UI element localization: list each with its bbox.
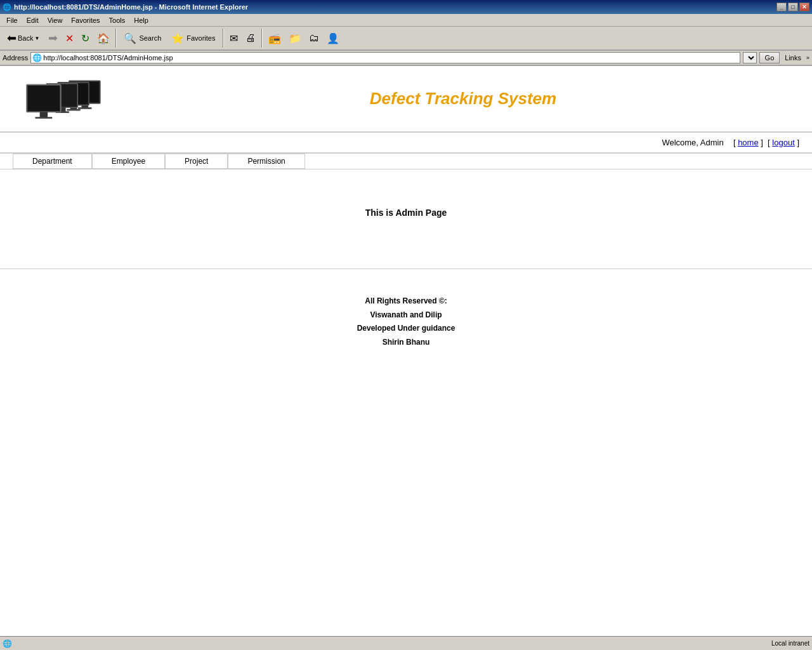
forward-button[interactable]: ➡ [45, 29, 61, 47]
home-bracket-close: ] [ [759, 138, 773, 147]
monitors-logo [13, 72, 114, 123]
search-label: Search [139, 34, 161, 42]
address-input-wrapper[interactable]: 🌐 [30, 52, 740, 63]
close-button[interactable]: ✕ [799, 3, 809, 11]
nav-department[interactable]: Department [13, 154, 92, 169]
nav-project[interactable]: Project [165, 154, 228, 169]
refresh-icon: ↻ [81, 32, 89, 44]
search-icon: 🔍 [124, 32, 136, 44]
folder-icon: 📁 [289, 32, 301, 44]
window-controls[interactable]: _ □ ✕ [776, 3, 809, 11]
menu-view[interactable]: View [44, 15, 67, 25]
messenger-button[interactable]: 👤 [324, 30, 343, 46]
links-arrow: » [806, 55, 809, 61]
media-button[interactable]: 📻 [265, 30, 284, 46]
menu-file[interactable]: File [3, 15, 22, 25]
page-content: Defect Tracking System Welcome, Admin [ … [0, 66, 812, 447]
forward-icon: ➡ [48, 31, 58, 45]
favorites-button[interactable]: ⭐ Favorites [167, 30, 219, 46]
title-area: Defect Tracking System [127, 89, 799, 109]
back-button[interactable]: ⬅ Back ▼ [3, 29, 44, 47]
page-divider [0, 269, 812, 269]
page-header: Defect Tracking System [0, 66, 812, 133]
logo-area [13, 72, 127, 125]
status-right: Local intranet [771, 640, 809, 647]
svg-rect-13 [27, 85, 60, 111]
favorites-icon: ⭐ [171, 32, 184, 44]
back-icon: ⬅ [7, 31, 16, 45]
home-icon: 🏠 [97, 32, 110, 44]
title-bar-text: http://localhost:8081/DTS/AdminHome.jsp … [14, 3, 248, 11]
back-arrow: ▼ [34, 36, 39, 41]
app-title: Defect Tracking System [370, 89, 556, 108]
stop-icon: ✕ [65, 32, 74, 44]
svg-rect-14 [40, 112, 48, 117]
menu-tools[interactable]: Tools [105, 15, 129, 25]
menu-edit[interactable]: Edit [23, 15, 43, 25]
welcome-bar: Welcome, Admin [ home ] [ logout ] [0, 133, 812, 154]
links-button[interactable]: Links [782, 53, 804, 62]
address-bar: Address 🌐 Go Links » [0, 51, 812, 66]
title-bar: 🌐 http://localhost:8081/DTS/AdminHome.js… [0, 0, 812, 14]
print-button[interactable]: 🖨 [242, 30, 259, 46]
minimize-button[interactable]: _ [776, 3, 787, 11]
back-label: Back [18, 34, 33, 42]
go-button[interactable]: Go [759, 52, 780, 63]
welcome-text: Welcome, Admin [662, 138, 723, 147]
content-area[interactable]: Defect Tracking System Welcome, Admin [ … [0, 66, 812, 650]
mail-button[interactable]: ✉ [226, 30, 241, 46]
admin-page-text: This is Admin Page [365, 208, 447, 218]
menu-bar: File Edit View Favorites Tools Help [0, 14, 812, 27]
refresh-button[interactable]: ↻ [78, 30, 93, 46]
address-dropdown[interactable] [743, 52, 757, 63]
page-icon: 🌐 [32, 53, 42, 62]
logout-link[interactable]: logout [772, 138, 794, 147]
main-content-area: This is Admin Page [0, 169, 812, 256]
address-input[interactable] [43, 54, 738, 62]
svg-rect-15 [36, 117, 53, 119]
home-link[interactable]: home [738, 138, 759, 147]
maximize-button[interactable]: □ [788, 3, 798, 11]
status-text: Local intranet [771, 640, 809, 647]
footer-line2: Viswanath and Dilip [13, 308, 799, 322]
footer-line4: Shirin Bhanu [13, 336, 799, 350]
history-icon: 🗂 [309, 32, 319, 44]
svg-rect-3 [78, 107, 91, 109]
logout-bracket-close: ] [795, 138, 799, 147]
menu-favorites[interactable]: Favorites [67, 15, 103, 25]
separator-3 [261, 29, 263, 48]
search-button[interactable]: 🔍 Search [119, 30, 166, 46]
stop-button[interactable]: ✕ [62, 30, 77, 46]
nav-permission[interactable]: Permission [228, 154, 304, 169]
address-label: Address [3, 54, 28, 62]
home-button[interactable]: 🏠 [94, 30, 113, 46]
separator-2 [223, 29, 224, 48]
media-icon: 📻 [268, 32, 281, 44]
status-icon: 🌐 [3, 639, 12, 648]
status-left: 🌐 [3, 639, 12, 648]
history-button[interactable]: 🗂 [306, 30, 322, 46]
toolbar: ⬅ Back ▼ ➡ ✕ ↻ 🏠 🔍 Search ⭐ Favorites [0, 27, 812, 51]
nav-menu: Department Employee Project Permission [0, 154, 812, 169]
mail-icon: ✉ [230, 32, 238, 44]
nav-employee[interactable]: Employee [92, 154, 165, 169]
page-footer: All Rights Reserved ©: Viswanath and Dil… [0, 282, 812, 362]
messenger-icon: 👤 [327, 32, 339, 44]
folder-button[interactable]: 📁 [285, 30, 304, 46]
svg-rect-7 [67, 109, 80, 111]
title-bar-icon: 🌐 [3, 3, 11, 11]
footer-line1: All Rights Reserved ©: [13, 295, 799, 308]
print-icon: 🖨 [246, 32, 256, 44]
footer-line3: Developed Under guidance [13, 322, 799, 336]
favorites-label: Favorites [187, 34, 215, 42]
menu-help[interactable]: Help [130, 15, 152, 25]
status-bar: 🌐 Local intranet [0, 636, 812, 650]
separator-1 [115, 29, 117, 48]
home-bracket-open: [ [729, 138, 738, 147]
